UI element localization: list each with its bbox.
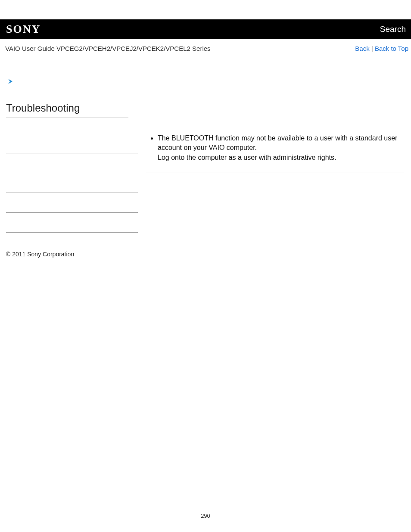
- back-to-top-link[interactable]: Back to Top: [375, 45, 408, 52]
- left-row: [6, 213, 138, 233]
- back-link[interactable]: Back: [355, 45, 369, 52]
- list-item: The BLUETOOTH function may not be availa…: [158, 134, 404, 162]
- left-row: [6, 153, 138, 173]
- two-column-layout: The BLUETOOTH function may not be availa…: [0, 134, 411, 233]
- content-divider: [146, 172, 404, 172]
- arrow-icon: [8, 78, 411, 85]
- copyright: © 2011 Sony Corporation: [6, 251, 411, 258]
- nav-links: Back | Back to Top: [355, 45, 408, 52]
- content-list: The BLUETOOTH function may not be availa…: [146, 134, 404, 162]
- header-bar: SONY Search: [0, 19, 411, 39]
- right-column: The BLUETOOTH function may not be availa…: [142, 134, 411, 172]
- content-text-line1: The BLUETOOTH function may not be availa…: [158, 134, 397, 151]
- subheader: VAIO User Guide VPCEG2/VPCEH2/VPCEJ2/VPC…: [0, 39, 411, 52]
- nav-separator: |: [370, 45, 375, 52]
- left-row: [6, 193, 138, 213]
- left-row: [6, 173, 138, 193]
- left-row: [6, 134, 138, 153]
- sony-logo: SONY: [0, 19, 47, 39]
- left-column: [0, 134, 142, 233]
- search-link[interactable]: Search: [380, 25, 408, 34]
- content-text-line2: Log onto the computer as a user with adm…: [158, 153, 404, 162]
- page-number: 290: [0, 513, 411, 519]
- title-underline: [6, 118, 128, 118]
- section-title: Troubleshooting: [6, 102, 411, 114]
- guide-title: VAIO User Guide VPCEG2/VPCEH2/VPCEJ2/VPC…: [5, 45, 211, 52]
